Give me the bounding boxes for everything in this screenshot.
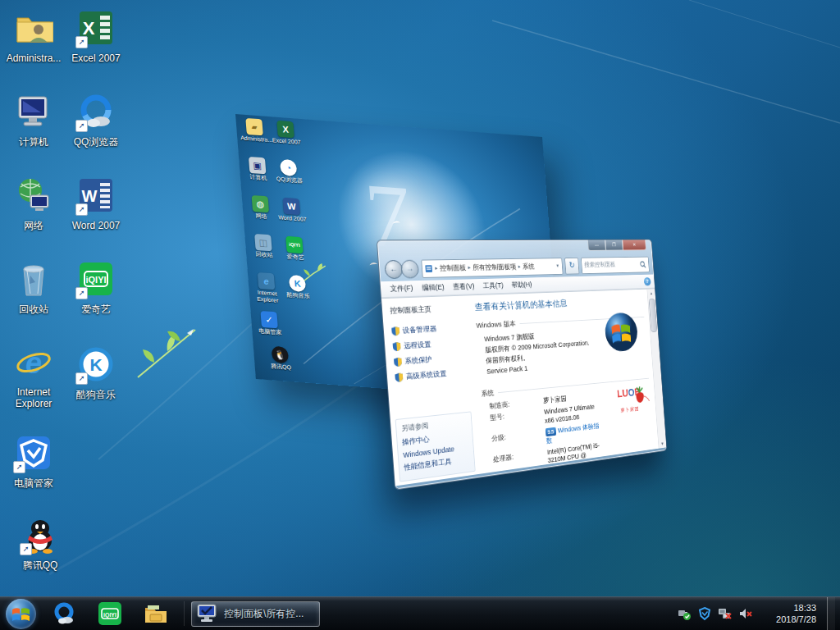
- svg-text:iQIYI: iQIYI: [85, 275, 106, 285]
- desktop-icon-qq-browser[interactable]: ➚ QQ浏览器: [64, 92, 128, 148]
- computer-icon: ▣: [249, 157, 267, 175]
- taskbar-qq-browser-button[interactable]: [46, 597, 82, 630]
- brand-subtitle: 萝卜家园: [611, 404, 649, 416]
- desktop-icon-administrator[interactable]: Administra...: [2, 8, 66, 65]
- menu-file[interactable]: 文件(F): [385, 283, 418, 294]
- taskbar-iqiyi-button[interactable]: iQIYI: [92, 597, 128, 630]
- preview-icon-network: ◍ 网络: [245, 194, 276, 221]
- uac-shield-icon: [395, 372, 403, 382]
- shortcut-arrow-icon: ➚: [75, 120, 88, 132]
- shortcut-arrow-icon: ➚: [75, 36, 88, 48]
- desktop-icon-word-2007[interactable]: W ➚ Word 2007: [64, 176, 128, 232]
- menu-help[interactable]: 帮助(H): [507, 280, 536, 290]
- menu-view[interactable]: 查看(V): [448, 281, 479, 292]
- taskbar-explorer-button[interactable]: [138, 597, 174, 630]
- preview-icon-administrator: ▰ Administra...: [239, 117, 270, 144]
- qq-penguin-icon: ➚: [21, 515, 60, 555]
- network-disconnected-icon[interactable]: [718, 606, 733, 621]
- pc-manager-tray-icon[interactable]: [697, 606, 712, 621]
- uac-shield-icon: [393, 342, 401, 351]
- recycle-bin-icon: ◫: [254, 234, 272, 252]
- sidebar-item-advanced-settings[interactable]: 高级系统设置: [395, 367, 468, 383]
- shortcut-arrow-icon: ➚: [20, 543, 32, 555]
- see-also-box: 另请参阅 操作中心 Windows Update 性能信息和工具: [395, 411, 476, 482]
- taskbar-clock[interactable]: 18:33 2018/7/28: [762, 602, 816, 625]
- radish-icon: [632, 384, 651, 404]
- network-globe-icon: [14, 176, 53, 215]
- computer-icon: [14, 92, 53, 131]
- taskbar-active-window-button[interactable]: 控制面板\所有控...: [191, 601, 320, 627]
- breadcrumb[interactable]: ▸ 控制面板 ▸ 所有控制面板项 ▸ 系统 ▾: [421, 258, 563, 278]
- desktop-icon-excel-2007[interactable]: X ➚ Excel 2007: [64, 8, 128, 65]
- sidebar-item-device-manager[interactable]: 设备管理器: [391, 322, 465, 337]
- excel-icon: X: [276, 121, 294, 139]
- close-button[interactable]: ✕: [623, 240, 646, 250]
- desktop-icon-label: Administra...: [7, 52, 62, 64]
- forward-button[interactable]: →: [400, 259, 419, 278]
- sidebar-item-home[interactable]: 控制面板主页: [390, 303, 463, 316]
- word-icon: W: [283, 198, 301, 216]
- word-icon: W ➚: [76, 176, 116, 215]
- preview-icon-ie: e Internet Explorer: [251, 272, 283, 304]
- folder-icon: [144, 601, 168, 626]
- volume-muted-icon[interactable]: [738, 606, 753, 621]
- desktop-icon-pc-manager[interactable]: ➚ 电脑管家: [2, 433, 66, 490]
- search-box[interactable]: 搜索控制面板: [581, 256, 650, 273]
- desktop-icon-recycle-bin[interactable]: 回收站: [2, 259, 66, 316]
- window-client-area: 控制面板主页 设备管理器 远程设置 系统保护 高级系统设置 另请参阅 操作中心 …: [381, 288, 666, 486]
- scroll-down-icon[interactable]: ▼: [660, 440, 664, 449]
- scroll-up-icon[interactable]: ▲: [650, 289, 654, 297]
- preview-icon-computer: ▣ 计算机: [242, 156, 273, 182]
- minimize-button[interactable]: —: [587, 240, 605, 251]
- menu-tools[interactable]: 工具(T): [478, 281, 508, 291]
- crumb-control-panel[interactable]: 控制面板: [440, 262, 467, 273]
- sidebar-item-system-protection[interactable]: 系统保护: [394, 352, 468, 368]
- qq-penguin-icon: 🐧: [272, 346, 290, 364]
- internet-explorer-icon: e: [258, 272, 276, 290]
- scrollbar-thumb[interactable]: [649, 299, 658, 332]
- maximize-button[interactable]: ❐: [605, 240, 623, 250]
- help-icon[interactable]: ?: [644, 277, 651, 285]
- preview-icon-recycle: ◫ 回收站: [248, 233, 279, 259]
- task-button-label: 控制面板\所有控...: [224, 607, 304, 621]
- system-tray: 18:33 2018/7/28: [677, 597, 840, 630]
- administrator-folder-icon: ▰: [245, 118, 263, 136]
- iqiyi-icon: iQIYI: [285, 236, 304, 254]
- sidebar-item-remote-settings[interactable]: 远程设置: [392, 337, 466, 352]
- refresh-button[interactable]: ↻: [564, 257, 579, 274]
- administrator-folder-icon: [14, 8, 53, 48]
- desktop-icon-iqiyi[interactable]: iQIYI ➚ 爱奇艺: [64, 259, 128, 316]
- crumb-system[interactable]: 系统: [523, 262, 535, 272]
- desktop-icon-tencent-qq[interactable]: ➚ 腾讯QQ: [8, 515, 72, 572]
- svg-text:K: K: [89, 355, 102, 374]
- svg-text:W: W: [82, 187, 98, 205]
- start-button[interactable]: [6, 599, 36, 629]
- preview-icon-word: W Word 2007: [276, 197, 308, 223]
- page-title: 查看有关计算机的基本信息: [474, 295, 643, 313]
- desktop-icon-computer[interactable]: 计算机: [2, 92, 66, 148]
- menu-edit[interactable]: 编辑(E): [417, 282, 449, 294]
- system-info-panel: 查看有关计算机的基本信息 Windows 版本 Windows 7 旗舰版 版权…: [466, 290, 659, 474]
- qq-browser-icon: ◔: [280, 159, 298, 177]
- shortcut-arrow-icon: ➚: [13, 461, 25, 473]
- pc-manager-shield-icon: ✓: [260, 311, 278, 329]
- windows-flag-logo: [603, 311, 640, 354]
- system-control-panel-window[interactable]: — ❐ ✕ ← → ▸ 控制面板 ▸ 所有控制面板项 ▸ 系统 ▾ ↻ 搜索控制…: [377, 240, 668, 491]
- pc-manager-shield-icon: ➚: [14, 433, 53, 472]
- show-desktop-button[interactable]: [827, 597, 835, 630]
- desktop-icon-network[interactable]: 网络: [2, 176, 66, 232]
- network-globe-icon: ◍: [252, 195, 270, 213]
- shortcut-arrow-icon: ➚: [75, 287, 88, 299]
- clock-time: 18:33: [762, 602, 816, 614]
- address-dropdown-icon[interactable]: ▾: [555, 262, 560, 268]
- iqiyi-icon: iQIYI: [98, 601, 122, 626]
- taskbar: iQIYI 控制面板\所有控... 18:33 2018/7/28: [0, 596, 840, 630]
- desktop-icon-internet-explorer[interactable]: e Internet Explorer: [2, 345, 66, 410]
- crumb-all-items[interactable]: 所有控制面板项: [472, 262, 517, 272]
- preview-icon-kugou: K 酷狗音乐: [282, 274, 313, 300]
- safely-remove-hardware-icon[interactable]: [677, 606, 692, 621]
- internet-explorer-icon: e: [14, 345, 53, 384]
- desktop-icon-kugou-music[interactable]: K ➚ 酷狗音乐: [64, 345, 128, 401]
- wallpaper-leaves: [130, 320, 203, 386]
- preview-icon-qq: 🐧 腾讯QQ: [265, 345, 296, 372]
